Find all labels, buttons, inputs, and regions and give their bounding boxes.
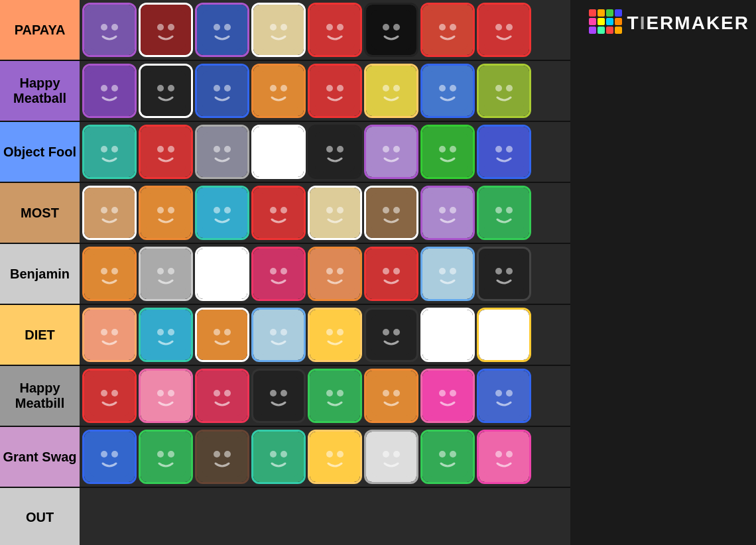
svg-point-68	[224, 146, 231, 152]
item-card[interactable]	[82, 3, 137, 57]
svg-point-170	[337, 390, 344, 396]
item-card[interactable]	[364, 64, 418, 118]
svg-rect-135	[146, 315, 186, 355]
item-card[interactable]	[364, 308, 418, 362]
item-card[interactable]	[251, 3, 306, 57]
item-card[interactable]	[82, 369, 137, 423]
svg-rect-180	[90, 437, 129, 477]
item-card[interactable]	[420, 64, 475, 118]
item-inner	[422, 5, 473, 55]
item-card[interactable]	[82, 308, 137, 362]
svg-point-115	[214, 268, 220, 274]
item-card[interactable]	[308, 186, 362, 240]
item-card[interactable]	[195, 125, 249, 179]
item-card[interactable]	[364, 125, 418, 179]
svg-rect-102	[428, 193, 468, 233]
item-card[interactable]	[364, 430, 418, 484]
svg-rect-90	[202, 193, 242, 233]
item-card[interactable]	[82, 125, 137, 179]
item-card[interactable]	[251, 64, 306, 118]
item-card[interactable]	[251, 125, 306, 179]
item-inner	[366, 66, 416, 116]
item-card[interactable]	[477, 308, 531, 362]
item-card[interactable]	[139, 308, 193, 362]
item-card[interactable]	[308, 3, 362, 57]
svg-rect-141	[259, 315, 298, 355]
item-card[interactable]	[82, 186, 137, 240]
item-card[interactable]	[308, 125, 362, 179]
item-inner	[84, 66, 135, 116]
item-card[interactable]	[420, 3, 475, 57]
item-card[interactable]	[139, 3, 193, 57]
svg-point-188	[224, 451, 231, 457]
item-inner	[366, 188, 416, 238]
svg-point-16	[157, 24, 164, 30]
item-card[interactable]	[139, 247, 193, 301]
item-card[interactable]	[477, 369, 531, 423]
item-card[interactable]	[195, 186, 249, 240]
item-card[interactable]	[308, 430, 362, 484]
item-card[interactable]	[251, 308, 306, 362]
item-card[interactable]	[195, 3, 249, 57]
svg-point-98	[337, 207, 344, 213]
item-card[interactable]	[420, 125, 475, 179]
item-card[interactable]	[364, 186, 418, 240]
item-card[interactable]	[477, 247, 531, 301]
item-card[interactable]	[364, 3, 418, 57]
tier-row-out: OUT	[0, 488, 570, 545]
item-card[interactable]	[195, 64, 249, 118]
svg-point-116	[224, 268, 231, 274]
item-card[interactable]	[420, 186, 475, 240]
item-card[interactable]	[420, 430, 475, 484]
item-card[interactable]	[420, 369, 475, 423]
svg-point-109	[101, 268, 107, 274]
item-card[interactable]	[251, 430, 306, 484]
item-card[interactable]	[308, 64, 362, 118]
item-card[interactable]	[195, 369, 249, 423]
item-card[interactable]	[308, 308, 362, 362]
item-card[interactable]	[195, 247, 249, 301]
item-card[interactable]	[477, 186, 531, 240]
item-card[interactable]	[139, 430, 193, 484]
item-inner	[479, 310, 529, 360]
item-card[interactable]	[364, 247, 418, 301]
item-inner	[422, 310, 473, 360]
item-card[interactable]	[364, 369, 418, 423]
item-card[interactable]	[195, 308, 249, 362]
item-card[interactable]	[420, 247, 475, 301]
item-card[interactable]	[251, 247, 306, 301]
svg-rect-18	[202, 10, 242, 50]
item-card[interactable]	[195, 430, 249, 484]
item-card[interactable]	[251, 369, 306, 423]
item-card[interactable]	[420, 308, 475, 362]
svg-rect-171	[371, 376, 411, 416]
item-card[interactable]	[82, 247, 137, 301]
svg-point-142	[270, 329, 277, 335]
item-card[interactable]	[139, 186, 193, 240]
item-card[interactable]	[477, 3, 531, 57]
svg-rect-78	[428, 132, 468, 172]
svg-point-14	[111, 24, 118, 30]
item-card[interactable]	[139, 369, 193, 423]
svg-rect-174	[428, 376, 468, 416]
item-card[interactable]	[82, 430, 137, 484]
svg-point-58	[495, 85, 502, 91]
item-card[interactable]	[477, 64, 531, 118]
item-card[interactable]	[139, 64, 193, 118]
item-card[interactable]	[82, 64, 137, 118]
item-inner	[197, 249, 247, 299]
item-card[interactable]	[139, 125, 193, 179]
svg-point-199	[439, 451, 446, 457]
item-inner	[310, 249, 360, 299]
item-card[interactable]	[308, 369, 362, 423]
svg-rect-195	[371, 437, 411, 477]
item-card[interactable]	[251, 186, 306, 240]
item-card[interactable]	[477, 430, 531, 484]
svg-rect-159	[146, 376, 186, 416]
item-card[interactable]	[477, 125, 531, 179]
item-card[interactable]	[308, 247, 362, 301]
svg-point-91	[214, 207, 220, 213]
svg-point-185	[168, 451, 174, 457]
svg-point-53	[393, 85, 400, 91]
svg-rect-105	[484, 193, 524, 233]
